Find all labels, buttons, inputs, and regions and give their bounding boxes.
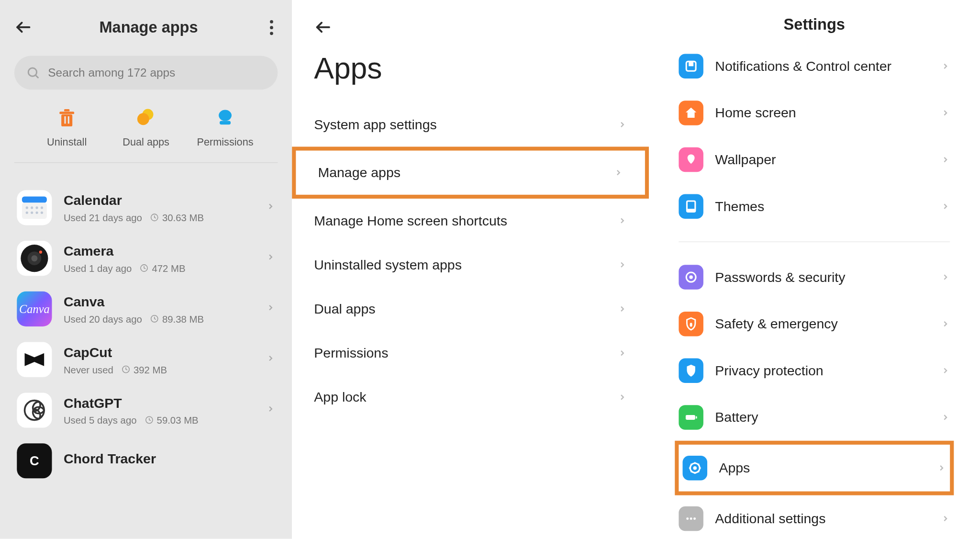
row-label: Apps <box>719 460 932 476</box>
row-app-lock[interactable]: App lock <box>292 375 649 419</box>
chevron-right-icon <box>932 460 946 476</box>
settings-list[interactable]: Notifications & Control center Home scre… <box>649 43 980 539</box>
chevron-right-icon <box>935 152 950 168</box>
settings-pane: Settings Notifications & Control center … <box>649 0 980 539</box>
app-used: Used 5 days ago <box>64 415 137 426</box>
app-row-camera[interactable]: Camera Used 1 day ago472 MB <box>14 233 284 284</box>
chevron-right-icon <box>264 252 282 264</box>
svg-point-20 <box>35 212 38 214</box>
svg-point-16 <box>35 206 38 209</box>
action-label: Dual apps <box>122 136 169 148</box>
row-battery[interactable]: Battery <box>679 394 950 441</box>
row-passwords-security[interactable]: Passwords & security <box>679 254 950 301</box>
row-manage-apps[interactable]: Manage apps <box>292 146 649 198</box>
more-icon <box>679 506 703 531</box>
separator <box>679 241 950 242</box>
chevron-right-icon <box>618 348 627 358</box>
row-permissions[interactable]: Permissions <box>292 331 649 375</box>
svg-rect-4 <box>59 112 74 114</box>
app-size: 30.63 MB <box>162 212 204 223</box>
chevron-right-icon <box>618 393 627 402</box>
svg-point-14 <box>26 206 28 209</box>
back-button[interactable] <box>312 16 335 39</box>
search-placeholder: Search among 172 apps <box>48 66 175 79</box>
dual-apps-button[interactable]: Dual apps <box>107 105 185 148</box>
chevron-right-icon <box>264 202 282 213</box>
permissions-button[interactable]: Permissions <box>186 105 264 148</box>
search-icon <box>26 66 40 80</box>
svg-rect-13 <box>22 203 47 219</box>
app-used: Used 1 day ago <box>64 263 132 274</box>
row-label: Dual apps <box>314 301 375 317</box>
row-apps[interactable]: Apps <box>675 441 954 495</box>
app-row-canva[interactable]: Canva Canva Used 20 days ago89.38 MB <box>14 284 284 335</box>
row-manage-home-shortcuts[interactable]: Manage Home screen shortcuts <box>292 199 649 243</box>
chevron-right-icon <box>935 316 950 332</box>
svg-rect-5 <box>64 109 70 112</box>
svg-rect-34 <box>689 61 693 66</box>
app-row-capcut[interactable]: CapCut Never used392 MB <box>14 334 284 385</box>
row-label: Manage apps <box>318 165 401 180</box>
canva-icon: Canva <box>17 292 52 326</box>
row-uninstalled-system-apps[interactable]: Uninstalled system apps <box>292 243 649 287</box>
row-themes[interactable]: Themes <box>679 183 950 230</box>
row-notifications[interactable]: Notifications & Control center <box>679 43 950 90</box>
svg-point-9 <box>137 113 149 125</box>
row-safety-emergency[interactable]: Safety & emergency <box>679 301 950 348</box>
app-name: Chord Tracker <box>64 451 282 467</box>
row-dual-apps[interactable]: Dual apps <box>292 287 649 331</box>
row-label: Home screen <box>715 105 935 121</box>
svg-point-19 <box>31 212 33 214</box>
svg-point-46 <box>693 517 696 520</box>
chevron-right-icon <box>264 303 282 314</box>
app-row-chatgpt[interactable]: ChatGPT Used 5 days ago59.03 MB <box>14 385 284 436</box>
chevron-right-icon <box>935 105 950 121</box>
svg-rect-39 <box>690 323 692 327</box>
arrow-left-icon <box>14 18 33 36</box>
row-privacy-protection[interactable]: Privacy protection <box>679 347 950 394</box>
chevron-right-icon <box>935 363 950 379</box>
app-row-calendar[interactable]: Calendar Used 21 days ago30.63 MB <box>14 182 284 233</box>
app-name: Calendar <box>64 192 264 208</box>
row-label: Wallpaper <box>715 152 935 168</box>
camera-icon <box>17 241 52 276</box>
search-input[interactable]: Search among 172 apps <box>14 56 278 90</box>
row-home-screen[interactable]: Home screen <box>679 90 950 136</box>
clock-icon <box>145 415 154 425</box>
home-icon <box>679 101 703 125</box>
chevron-right-icon <box>618 304 627 314</box>
app-list[interactable]: Calendar Used 21 days ago30.63 MB Camera… <box>0 163 292 486</box>
row-additional-settings[interactable]: Additional settings <box>679 495 950 539</box>
app-used: Used 21 days ago <box>64 212 142 223</box>
svg-point-21 <box>41 212 43 214</box>
app-name: Canva <box>64 294 264 310</box>
arrow-left-icon <box>314 18 332 36</box>
row-label: System app settings <box>314 117 436 133</box>
back-button[interactable] <box>11 16 35 39</box>
page-title: Settings <box>649 0 980 43</box>
uninstall-button[interactable]: Uninstall <box>28 105 106 148</box>
svg-point-45 <box>690 517 692 520</box>
apps-icon <box>683 456 708 481</box>
row-label: Battery <box>715 410 935 426</box>
svg-point-1 <box>28 68 36 76</box>
row-wallpaper[interactable]: Wallpaper <box>679 136 950 183</box>
chevron-right-icon <box>618 216 627 225</box>
action-label: Permissions <box>197 136 253 148</box>
app-used: Used 20 days ago <box>64 313 142 324</box>
app-size: 89.38 MB <box>162 313 204 324</box>
svg-rect-6 <box>64 116 66 124</box>
chevron-right-icon <box>618 260 627 270</box>
page-title: Apps <box>314 51 629 86</box>
chevron-right-icon <box>618 120 627 129</box>
row-label: Privacy protection <box>715 363 935 379</box>
wallpaper-icon <box>679 147 703 172</box>
svg-rect-3 <box>61 114 72 126</box>
svg-rect-11 <box>220 121 231 125</box>
chevron-right-icon <box>935 511 950 527</box>
svg-rect-7 <box>68 116 69 124</box>
overflow-menu-button[interactable] <box>262 20 280 34</box>
lock-icon <box>679 265 703 290</box>
row-system-app-settings[interactable]: System app settings <box>292 102 649 146</box>
app-row-chord-tracker[interactable]: C Chord Tracker <box>14 436 284 486</box>
